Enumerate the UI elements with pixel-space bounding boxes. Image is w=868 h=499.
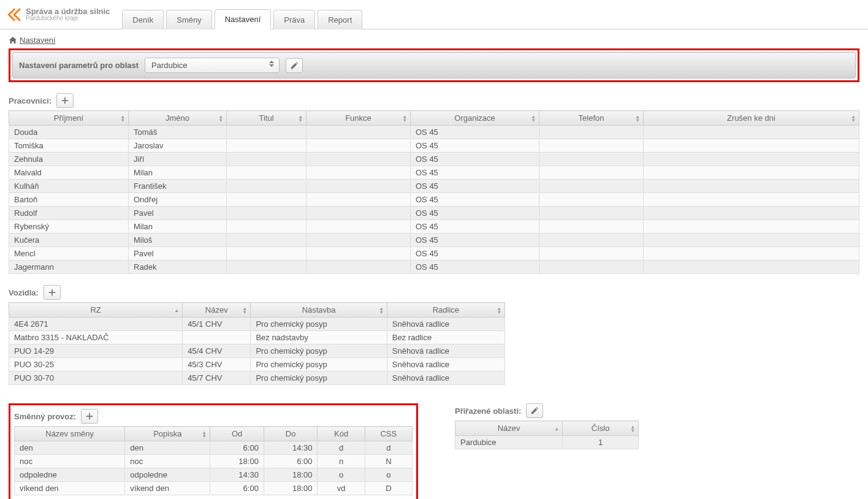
table-row[interactable]: PUO 14-2945/4 CHVPro chemický posypSněho… [9, 345, 505, 358]
pencil-icon [530, 406, 539, 415]
table-row[interactable]: Matbro 3315 - NAKLADAČBez nadstavbyBez r… [9, 331, 505, 345]
plus-icon [61, 96, 69, 105]
th-anazev[interactable]: Název▴ [455, 421, 563, 436]
logo-icon [6, 8, 22, 21]
shifts-title: Směnný provoz: [14, 412, 76, 421]
add-vehicle-button[interactable] [44, 285, 61, 300]
th-nazev[interactable]: Název▴▾ [183, 303, 251, 318]
table-row[interactable]: MaivaldMilanOS 45 [9, 166, 859, 180]
table-row[interactable]: DoudaTomášOS 45 [9, 126, 859, 139]
table-row[interactable]: JagermannRadekOS 45 [9, 261, 859, 274]
tab-práva[interactable]: Práva [273, 10, 315, 29]
table-row[interactable]: KulháňFrantišekOS 45 [9, 180, 859, 193]
table-row[interactable]: MenclPavelOS 45 [9, 247, 859, 261]
workers-title: Pracovníci: [9, 96, 51, 105]
tabs: DeníkSměnyNastaveníPrávaReport [122, 0, 365, 29]
th-funkce[interactable]: Funkce▴▾ [306, 111, 411, 126]
th-rz[interactable]: RZ▴ [9, 303, 183, 318]
table-row[interactable]: 4E4 267145/1 CHVPro chemický posypSněhov… [9, 318, 505, 331]
areas-section: Přiřazené oblasti: Název▴ Číslo▴▾ Pardub… [455, 403, 639, 449]
plus-icon [85, 412, 94, 421]
table-row[interactable]: odpoledneodpoledne14:3018:00oo [15, 468, 413, 482]
table-row[interactable]: ZehnulaJiříOS 45 [9, 153, 859, 166]
region-select[interactable]: Pardubice [145, 58, 280, 73]
param-title: Nastavení parametrů pro oblast [19, 61, 139, 70]
table-row[interactable]: TomiškaJaroslavOS 45 [9, 139, 859, 153]
th-titul[interactable]: Titul▴▾ [227, 111, 306, 126]
table-row[interactable]: BartoňOndřejOS 45 [9, 193, 859, 207]
table-row[interactable]: RudolfPavelOS 45 [9, 207, 859, 220]
vehicles-section: Vozidla: RZ▴ Název▴▾ Nástavba▴▾ Radlice▴… [9, 285, 859, 385]
shifts-table: Název směny Popiska▴▾ Od Do Kód CSS dend… [14, 426, 413, 495]
vehicles-title: Vozidla: [9, 288, 39, 297]
highlight-param-bar: Nastavení parametrů pro oblast Pardubice [9, 48, 859, 82]
th-sname[interactable]: Název směny [15, 427, 125, 441]
table-row[interactable]: víkend denvíkend den6:0018:00vdD [15, 482, 413, 495]
th-do[interactable]: Do [264, 427, 318, 441]
table-row[interactable]: PUO 30-2545/3 CHVPro chemický posypSněho… [9, 358, 505, 371]
edit-region-button[interactable] [286, 58, 303, 73]
areas-table: Název▴ Číslo▴▾ Pardubice1 [455, 421, 639, 449]
table-row[interactable]: nocnoc18:006:00nN [15, 455, 413, 468]
tab-směny[interactable]: Směny [166, 10, 211, 29]
plus-icon [48, 288, 56, 297]
home-icon [9, 36, 17, 45]
th-zrusen[interactable]: Zrušen ke dni▴▾ [644, 111, 859, 126]
tab-report[interactable]: Report [318, 10, 362, 29]
table-row[interactable]: RybenskýMilanOS 45 [9, 220, 859, 234]
edit-areas-button[interactable] [526, 403, 543, 418]
th-od[interactable]: Od [210, 427, 264, 441]
add-shift-button[interactable] [81, 409, 98, 424]
th-radlice[interactable]: Radlice▴▾ [387, 303, 504, 318]
logo-sub: Pardubického kraje [26, 15, 110, 21]
shifts-section: Směnný provoz: Název směny Popiska▴▾ Od … [14, 409, 413, 499]
th-org[interactable]: Organizace▴▾ [411, 111, 539, 126]
logo: Správa a údržba silnic Pardubického kraj… [6, 7, 110, 21]
th-popis[interactable]: Popiska▴▾ [125, 427, 210, 441]
breadcrumb-link[interactable]: Nastavení [20, 36, 56, 45]
workers-table: Příjmení▴▾ Jméno▴▾ Titul▴▾ Funkce▴▾ Orga… [9, 110, 859, 274]
table-row[interactable]: Pardubice1 [455, 436, 639, 449]
th-acislo[interactable]: Číslo▴▾ [563, 421, 639, 436]
highlight-shifts: Směnný provoz: Název směny Popiska▴▾ Od … [9, 403, 418, 499]
th-prijmeni[interactable]: Příjmení▴▾ [9, 111, 129, 126]
pencil-icon [290, 61, 299, 70]
th-tel[interactable]: Telefon▴▾ [539, 111, 644, 126]
breadcrumb: Nastavení [9, 36, 859, 45]
tab-deník[interactable]: Deník [122, 10, 164, 29]
table-row[interactable]: KučeraMilošOS 45 [9, 234, 859, 247]
param-bar: Nastavení parametrů pro oblast Pardubice [12, 52, 856, 78]
add-worker-button[interactable] [56, 93, 74, 108]
workers-section: Pracovníci: Příjmení▴▾ Jméno▴▾ Titul▴▾ F… [9, 93, 859, 274]
areas-title: Přiřazené oblasti: [455, 406, 521, 416]
vehicles-table: RZ▴ Název▴▾ Nástavba▴▾ Radlice▴▾ 4E4 267… [9, 302, 505, 385]
th-jmeno[interactable]: Jméno▴▾ [129, 111, 227, 126]
table-row[interactable]: denden6:0014:30dd [15, 441, 413, 455]
th-kod[interactable]: Kód [318, 427, 365, 441]
th-nastavba[interactable]: Nástavba▴▾ [251, 303, 387, 318]
topbar: Správa a údržba silnic Pardubického kraj… [0, 0, 868, 29]
table-row[interactable]: PUO 30-7045/7 CHVPro chemický posypSněho… [9, 371, 505, 385]
tab-nastavení[interactable]: Nastavení [215, 9, 272, 29]
th-css[interactable]: CSS [365, 427, 412, 441]
